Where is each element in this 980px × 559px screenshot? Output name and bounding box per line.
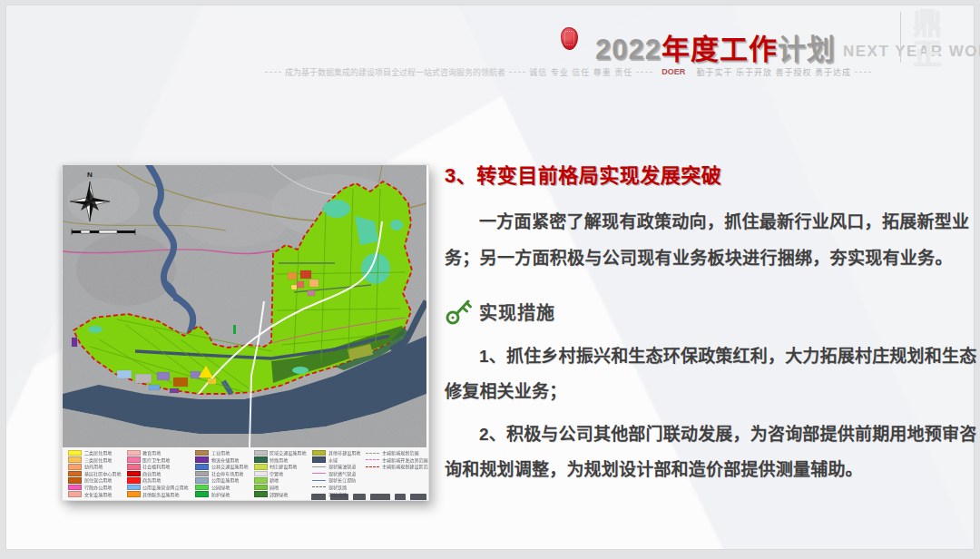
legend-swatch bbox=[254, 471, 268, 477]
measures-label: 实现措施 bbox=[479, 299, 555, 325]
legend-label: 行政办公用地 bbox=[84, 485, 112, 490]
measure-item: 2、积极与公司其他部门联动发展，为咨询部提供前期用地预审咨询和规划调整，为规划设… bbox=[445, 417, 978, 487]
legend-label: 防护绿地 bbox=[211, 492, 230, 497]
red-seal-icon bbox=[561, 27, 578, 50]
section-heading: 3、转变目前格局实现发展突破 bbox=[445, 159, 978, 188]
legend-swatch bbox=[312, 450, 326, 456]
legend-swatch bbox=[195, 485, 209, 491]
legend-item: 社会福利用地 bbox=[127, 464, 193, 469]
legend-item: 公共交通设施用地 bbox=[195, 464, 251, 469]
legend-label: 特殊用地 bbox=[270, 457, 288, 463]
legend-swatch bbox=[366, 466, 379, 467]
legend-item: 耕地 bbox=[254, 477, 310, 483]
legend-item: 现状铁路 bbox=[312, 485, 363, 490]
legend-item: 物流仓储用地 bbox=[195, 457, 251, 463]
legend-swatch bbox=[68, 477, 82, 484]
cropped-caption-fragment bbox=[311, 492, 426, 500]
legend-swatch bbox=[127, 491, 141, 497]
tagline-left-text: 成为基于数据集成的建设项目全过程一站式咨询服务的领航者 bbox=[285, 66, 505, 78]
slide-header: 2022年度工作计划NEXT YEAR WORK PLAN 鼎正 成为基于数据集… bbox=[5, 5, 975, 91]
legend-item: 工业用地 bbox=[195, 450, 251, 456]
legend-item: 行政办公用地 bbox=[68, 485, 124, 490]
legend-item: 其他非建设用地 bbox=[312, 450, 363, 456]
legend-item: 特殊用地 bbox=[254, 457, 310, 463]
legend-label: 区域交通设施用地 bbox=[270, 450, 306, 456]
legend-label: 医疗卫生用地 bbox=[142, 457, 170, 463]
legend-swatch bbox=[312, 480, 326, 481]
legend-label: 其他服务设施用地 bbox=[142, 492, 179, 497]
legend-swatch bbox=[68, 464, 82, 470]
legend-swatch bbox=[127, 477, 141, 484]
landuse-map-svg: N bbox=[63, 165, 426, 447]
legend-swatch bbox=[254, 477, 268, 484]
tagline-dash bbox=[265, 72, 281, 73]
legend-swatch bbox=[254, 456, 268, 463]
legend-label: 社会福利用地 bbox=[142, 464, 170, 469]
legend-item: 医疗卫生用地 bbox=[127, 457, 193, 463]
legend-label: 社会停车场用地 bbox=[211, 471, 243, 476]
legend-swatch bbox=[127, 471, 141, 477]
legend-swatch bbox=[195, 450, 209, 456]
legend-column: 工业用地物流仓储用地公共交通设施用地社会停车场用地公用设施用地公园绿地防护绿地 bbox=[195, 450, 251, 500]
legend-label: 空置地 bbox=[270, 471, 283, 476]
legend-label: 水域 bbox=[328, 457, 338, 463]
key-icon bbox=[445, 297, 474, 326]
legend-label: 幼托用地 bbox=[84, 464, 103, 469]
legend-label: 村庄建设用地 bbox=[270, 464, 297, 469]
legend-label: 现状燃气管道 bbox=[328, 471, 356, 476]
legend-item: 文化设施用地 bbox=[68, 491, 124, 496]
legend-column: 二类居住用地三类居住用地幼托用地基层社区中心用地居住混合用地行政办公用地文化设施… bbox=[68, 450, 124, 500]
legend-item: 基层社区中心用地 bbox=[68, 471, 124, 476]
legend-item: 郊野绿地 bbox=[254, 491, 310, 496]
legend-label: 商业用地 bbox=[142, 471, 161, 476]
legend-swatch bbox=[68, 471, 82, 477]
legend-item: 防护绿地 bbox=[195, 491, 251, 496]
legend-label: 公用设施用地 bbox=[211, 478, 239, 484]
legend-swatch bbox=[127, 450, 141, 456]
legend-item: 其他服务设施用地 bbox=[127, 491, 193, 496]
tagline-dash bbox=[855, 72, 871, 73]
legend-swatch bbox=[195, 464, 209, 470]
legend-label: 郊野绿地 bbox=[270, 492, 288, 497]
legend-swatch bbox=[68, 485, 82, 491]
legend-swatch bbox=[195, 471, 209, 477]
legend-swatch bbox=[127, 456, 141, 463]
company-logo: 鼎正 bbox=[908, 8, 939, 70]
legend-item: 公用设施用地 bbox=[195, 477, 251, 483]
map-legend: 二类居住用地三类居住用地幼托用地基层社区中心用地居住混合用地行政办公用地文化设施… bbox=[63, 447, 428, 500]
header-divider bbox=[900, 12, 901, 63]
legend-swatch bbox=[254, 450, 268, 456]
tagline-dash bbox=[509, 72, 525, 73]
tagline-spirit: 勤于实干 乐于开放 善于授权 勇于达成 bbox=[696, 66, 851, 78]
legend-label: 三类居住用地 bbox=[84, 457, 112, 463]
legend-label: 主城新城开发边界范围 bbox=[382, 457, 428, 463]
legend-label: 公共交通设施用地 bbox=[211, 464, 248, 469]
title-red-part: 年度工作 bbox=[662, 34, 778, 65]
legend-swatch bbox=[195, 456, 209, 463]
legend-swatch bbox=[366, 459, 379, 460]
intro-paragraph: 一方面紧密了解现有政策动向，抓住最新行业风口，拓展新型业务；另一方面积极与公司现… bbox=[445, 204, 978, 277]
legend-swatch bbox=[68, 491, 82, 497]
legend-swatch bbox=[254, 485, 268, 491]
legend-item: 幼托用地 bbox=[68, 464, 124, 469]
legend-item: 现状输油管道 bbox=[312, 464, 363, 469]
tagline-dash bbox=[636, 72, 652, 73]
legend-item: 主城新城开发边界范围 bbox=[366, 457, 428, 463]
legend-item: 主城新城规划建设区范围 bbox=[366, 464, 428, 469]
legend-item: 现状长江堤防 bbox=[312, 477, 363, 483]
landuse-map: N 二类居住用地三类居住用地幼托用地基层社区中心用地居住混合用地行政办公用地文化… bbox=[62, 164, 429, 501]
legend-swatch bbox=[312, 486, 326, 487]
legend-label: 公园绿地 bbox=[211, 485, 230, 490]
legend-swatch bbox=[254, 491, 268, 497]
content-column: 3、转变目前格局实现发展突破 一方面紧密了解现有政策动向，抓住最新行业风口，拓展… bbox=[445, 159, 978, 495]
legend-label: 主城新城规划建设区范围 bbox=[382, 464, 428, 469]
legend-swatch bbox=[312, 473, 326, 474]
legend-item: 空置地 bbox=[254, 471, 310, 476]
legend-item: 三类居住用地 bbox=[68, 457, 124, 463]
compass-n-label: N bbox=[87, 171, 93, 179]
legend-label: 工业用地 bbox=[211, 450, 230, 456]
legend-label: 教育用地 bbox=[142, 450, 161, 456]
legend-label: 居住混合用地 bbox=[84, 478, 112, 484]
legend-item: 商业用地 bbox=[127, 471, 193, 476]
legend-item: 教育用地 bbox=[127, 450, 193, 456]
